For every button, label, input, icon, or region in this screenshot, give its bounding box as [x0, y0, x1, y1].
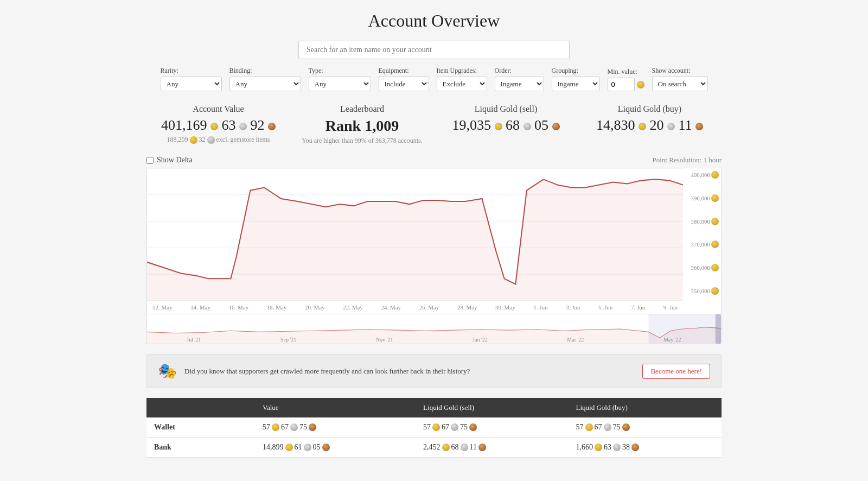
wallet-buy-coins: 57 67 75 [576, 423, 630, 432]
leaderboard-rank-label: Rank [326, 117, 361, 134]
x-label-11: 1. Jun [533, 304, 547, 311]
wallet-value-silver: 67 [281, 423, 289, 432]
bank-value-silver: 61 [295, 443, 302, 452]
wallet-buy-silver: 67 [595, 423, 602, 432]
bank-buy-silver: 63 [604, 443, 611, 452]
filter-item-upgrades-select[interactable]: Exclude Include [437, 77, 487, 91]
bank-sell-gold-icon [442, 444, 450, 451]
bank-sell-silver-icon [461, 444, 468, 451]
table-body: Wallet 57 67 75 57 [146, 417, 722, 458]
filter-show-account-label: Show account: [652, 67, 708, 75]
x-label-2: 14. May [190, 304, 210, 311]
wallet-sell-copper: 75 [460, 423, 468, 432]
table-row-bank: Bank 14,899 61 05 2,452 [146, 438, 722, 458]
filter-binding-select[interactable]: Any Account Bound Soulbound [229, 77, 301, 91]
wallet-sell-gold: 57 [423, 423, 431, 432]
stat-liquid-gold-sell-amount: 19,035 68 05 [439, 117, 572, 134]
liquid-buy-silver-icon [667, 123, 675, 130]
y-coin-icon-2 [711, 194, 719, 202]
account-value-sub-silver: 32 [199, 136, 206, 143]
show-delta-label[interactable]: Show Delta [146, 156, 193, 164]
page-title: Account Overview [146, 11, 722, 31]
mini-x-2: Sep '21 [280, 337, 296, 343]
bank-sell-silver: 68 [451, 443, 459, 452]
filter-rarity: Rarity: Any Basic Fine Masterwork Rare E… [161, 67, 222, 91]
mini-x-6: May '22 [663, 337, 681, 343]
filter-show-account-select[interactable]: On search Always Never [652, 77, 708, 91]
stat-account-value-sub: 188,209 32 excl. gemstore items [152, 136, 285, 144]
y-label-400k: 400,000 [691, 171, 719, 179]
search-input[interactable] [298, 41, 570, 59]
bank-sell-gold: 2,452 [423, 443, 441, 452]
become-supporter-button[interactable]: Become one here! [642, 364, 710, 379]
row-bank-name: Bank [146, 438, 255, 458]
table-header-row: Value Liquid Gold (sell) Liquid Gold (bu… [146, 398, 722, 417]
data-table: Value Liquid Gold (sell) Liquid Gold (bu… [146, 398, 722, 458]
table-row-wallet: Wallet 57 67 75 57 [146, 417, 722, 438]
y-coin-icon-3 [711, 218, 719, 225]
stat-leaderboard: Leaderboard Rank 1,009 You are higher th… [290, 104, 434, 145]
filter-type: Type: Any Armor Weapon Trinket Upgrade C… [309, 67, 371, 91]
filter-type-label: Type: [309, 67, 371, 75]
wallet-value-copper-icon [309, 423, 316, 431]
filter-min-value-label: Min. value: [608, 68, 644, 76]
filter-order-select[interactable]: Ingame Highest Lowest [495, 77, 544, 91]
x-label-1: 12. May [152, 304, 173, 311]
gold-coin-icon [637, 81, 644, 88]
show-delta-checkbox[interactable] [146, 157, 154, 164]
y-label-370k: 370,000 [691, 240, 719, 248]
filter-min-value-input[interactable] [608, 78, 635, 91]
filter-grouping-select[interactable]: Ingame None Type Rarity [552, 77, 600, 91]
y-label-360k: 360,000 [691, 264, 719, 271]
bank-buy-gold-icon [595, 444, 602, 451]
wallet-label: Wallet [154, 423, 175, 431]
filter-equipment-select[interactable]: Include Exclude [379, 77, 429, 91]
mini-x-3: Nov '21 [376, 337, 393, 343]
filter-item-upgrades: Item Upgrades: Exclude Include [437, 67, 487, 91]
account-value-sub-gold: 188,209 [167, 136, 188, 143]
account-value-sub-silver-icon [207, 136, 215, 144]
filter-equipment-label: Equipment: [379, 67, 429, 75]
bank-label: Bank [154, 443, 171, 451]
table-header: Value Liquid Gold (sell) Liquid Gold (bu… [146, 398, 722, 417]
filter-rarity-label: Rarity: [161, 67, 222, 75]
y-coin-icon-6 [711, 287, 719, 295]
svg-marker-6 [147, 179, 683, 301]
wallet-value-gold: 57 [263, 423, 270, 432]
x-label-3: 16. May [228, 304, 248, 311]
page-wrapper: Account Overview Rarity: Any Basic Fine … [136, 0, 732, 469]
wallet-buy-gold: 57 [576, 423, 584, 432]
x-label-8: 26. May [419, 304, 439, 311]
supporter-banner: 🎭 Did you know that supporters get crawl… [146, 354, 722, 388]
liquid-sell-gold: 19,035 [452, 117, 492, 133]
filter-order: Order: Ingame Highest Lowest [495, 67, 544, 91]
account-value-sub-gold-icon [190, 136, 197, 144]
bank-value-gold-icon [285, 444, 293, 451]
x-label-15: 9. Jun [663, 304, 678, 311]
stat-leaderboard-sub: You are higher than 99% of 363,778 accou… [296, 137, 429, 145]
liquid-sell-copper-icon [552, 123, 560, 130]
wallet-sell-copper-icon [469, 423, 477, 431]
stat-liquid-gold-buy-title: Liquid Gold (buy) [583, 104, 716, 114]
supporter-text: Did you know that supporters get crawled… [184, 367, 635, 376]
x-label-13: 5. Jun [598, 304, 612, 311]
wallet-value-coins: 57 67 75 [263, 423, 316, 432]
y-label-390k: 390,000 [691, 194, 719, 202]
stat-account-value: Account Value 401,169 63 92 188,209 32 e… [146, 104, 290, 145]
filter-min-value-row [608, 78, 644, 91]
row-wallet-name: Wallet [146, 417, 255, 438]
leaderboard-rank-value: 1,009 [365, 117, 399, 134]
wallet-sell-silver: 67 [442, 423, 449, 432]
wallet-value-silver-icon [290, 423, 298, 431]
filters-row: Rarity: Any Basic Fine Masterwork Rare E… [146, 67, 722, 91]
bank-value-gold: 14,899 [263, 443, 284, 452]
wallet-value-copper: 75 [299, 423, 307, 432]
mini-x-4: Jan '22 [473, 337, 488, 343]
filter-type-select[interactable]: Any Armor Weapon Trinket Upgrade Consuma… [309, 77, 371, 91]
y-coin-icon-5 [711, 264, 719, 271]
y-coin-icon-1 [711, 171, 719, 179]
filter-rarity-select[interactable]: Any Basic Fine Masterwork Rare Exotic As… [161, 77, 222, 91]
liquid-buy-gold-icon [639, 123, 646, 130]
bank-buy-silver-icon [613, 444, 621, 451]
filter-show-account: Show account: On search Always Never [652, 67, 708, 91]
